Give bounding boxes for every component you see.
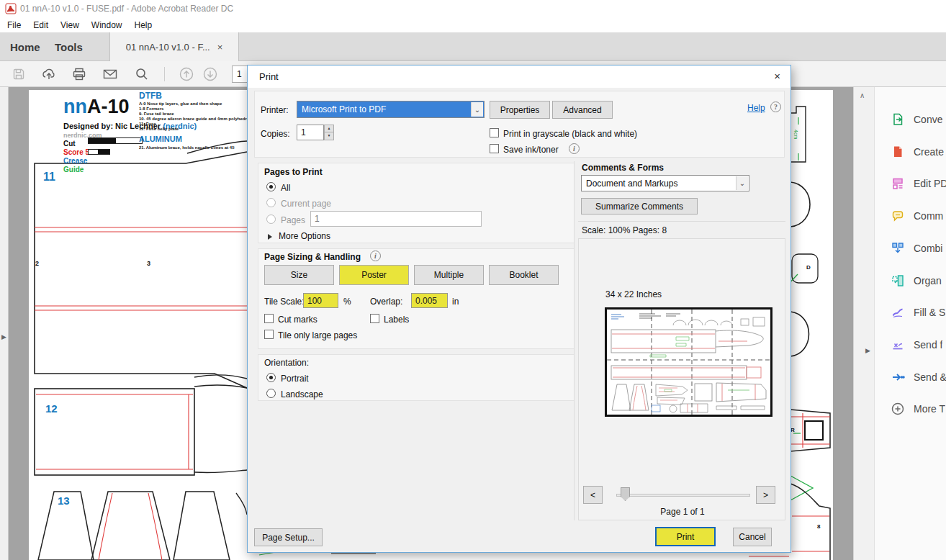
print-button-toolbar[interactable] (69, 65, 89, 83)
right-panel-expand-icon[interactable]: ▶ (865, 347, 870, 354)
pages-range-input[interactable]: 1 (310, 211, 482, 227)
sidebar-item-combine[interactable]: Combi (891, 239, 946, 258)
printer-label: Printer: (261, 105, 289, 115)
pages-range-label: Pages (281, 215, 305, 225)
menu-window[interactable]: Window (91, 20, 122, 30)
pages-range-radio[interactable] (266, 214, 276, 224)
more-options-expander-icon[interactable] (268, 232, 272, 242)
size-mode-button[interactable]: Size (264, 265, 334, 285)
close-icon[interactable]: × (774, 70, 780, 82)
page-setup-button[interactable]: Page Setup... (254, 528, 323, 546)
sidebar-item-more-tools[interactable]: More T (891, 399, 946, 418)
preview-slider-thumb[interactable] (621, 487, 630, 501)
left-pane-expand-icon[interactable]: ▶ (1, 333, 6, 340)
summarize-comments-button[interactable]: Summarize Comments (581, 198, 698, 214)
legend-score-bar (88, 137, 143, 144)
tab-tools[interactable]: Tools (55, 32, 83, 61)
sidebar-item-label: Conve (914, 114, 942, 125)
tile-only-checkbox[interactable] (264, 330, 274, 339)
sidebar-item-fill-sign[interactable]: Fill & S (891, 303, 946, 322)
menu-help[interactable]: Help (135, 20, 153, 30)
portrait-radio[interactable] (266, 373, 276, 382)
material-list-item: 9. Fuse tail brace (139, 112, 248, 117)
email-button[interactable] (100, 65, 120, 83)
sidebar-item-label: Send & (914, 371, 946, 383)
page-down-button[interactable] (200, 65, 220, 83)
print-dialog-titlebar[interactable]: Print × (248, 66, 790, 88)
legend-crease: Crease (63, 157, 87, 165)
landscape-radio[interactable] (266, 389, 276, 398)
advanced-button[interactable]: Advanced (552, 101, 613, 119)
copies-stepper[interactable]: ▲ ▼ (324, 125, 334, 140)
comments-forms-select[interactable]: Document and Markups ⌄ (581, 175, 749, 191)
sidebar-item-label: Create (914, 146, 944, 158)
stepper-up-icon[interactable]: ▲ (324, 125, 334, 132)
printer-select[interactable]: Microsoft Print to PDF ⌄ (297, 101, 485, 118)
tab-document[interactable]: 01 nnA-10 v1.0 - F... × (109, 32, 239, 61)
cut-marks-checkbox[interactable] (264, 314, 274, 323)
tile-scale-input[interactable]: 100 (303, 293, 338, 308)
sidebar-item-edit-pdf[interactable]: Edit PD (891, 174, 946, 193)
page-up-button[interactable] (176, 65, 197, 83)
scroll-up-icon[interactable]: ∧ (860, 91, 865, 99)
save-ink-checkbox[interactable] (490, 144, 499, 153)
labels-checkbox[interactable] (370, 314, 379, 323)
help-link[interactable]: Help (747, 103, 765, 113)
part-label-11: 11 (43, 171, 55, 184)
print-preview-panel: 34 x 22 Inches (578, 238, 785, 520)
sidebar-item-create-pdf[interactable]: Create (891, 143, 946, 161)
menu-view[interactable]: View (60, 20, 79, 30)
sidebar-item-comment[interactable]: Comm (891, 207, 946, 225)
save-button[interactable] (9, 65, 29, 83)
search-button[interactable] (132, 65, 152, 83)
edit-pdf-icon (891, 176, 905, 191)
menu-file[interactable]: File (7, 20, 21, 30)
materials-aluminum-item: 21. Aluminum brace, holds nacelle cones … (139, 145, 235, 150)
upload-cloud-button[interactable] (39, 65, 59, 83)
tile-scale-unit: % (343, 297, 351, 307)
properties-button[interactable]: Properties (490, 101, 550, 119)
multiple-mode-button[interactable]: Multiple (414, 265, 484, 285)
part-label-13: 13 (58, 494, 70, 507)
print-icon (72, 67, 86, 81)
part-label-3: 3 (147, 260, 150, 267)
help-icon[interactable]: ? (770, 101, 781, 112)
organize-icon (891, 274, 905, 288)
comments-forms-value: Document and Markups (586, 179, 677, 189)
material-list-item: 11. Fuse (139, 122, 248, 127)
orientation-section: Orientation: Portrait Landscape (258, 354, 575, 401)
cancel-button[interactable]: Cancel (733, 528, 772, 546)
preview-prev-button[interactable]: < (583, 486, 603, 504)
sidebar-item-send-track[interactable]: Send & (891, 368, 946, 387)
overlap-input[interactable]: 0.005 (411, 293, 448, 308)
copies-input[interactable]: 1 (297, 125, 324, 140)
grayscale-checkbox[interactable] (490, 128, 499, 137)
tab-home[interactable]: Home (10, 32, 40, 61)
stepper-down-icon[interactable]: ▼ (324, 132, 334, 140)
current-page-radio[interactable] (266, 198, 276, 207)
sidebar-item-convert[interactable]: Conve (891, 110, 946, 129)
print-preview-thumbnail (605, 307, 772, 417)
sidebar-item-label: Combi (914, 243, 942, 254)
pages-all-radio[interactable] (266, 182, 276, 191)
chevron-down-icon: ⌄ (736, 176, 748, 190)
more-options-label[interactable]: More Options (279, 231, 330, 241)
booklet-mode-button[interactable]: Booklet (489, 265, 559, 285)
materials-dtfb-title: DTFB (139, 91, 162, 101)
preview-page-slider[interactable] (616, 494, 750, 497)
column-divider (574, 161, 575, 520)
tab-close-icon[interactable]: × (217, 42, 223, 53)
vertical-scrollbar[interactable]: ∧ (853, 87, 874, 560)
tile-scale-label: Tile Scale: (264, 297, 305, 307)
preview-next-button[interactable]: > (756, 486, 775, 504)
menu-edit[interactable]: Edit (33, 20, 48, 30)
sidebar-item-send-signature[interactable]: Send f (891, 335, 946, 354)
orientation-title: Orientation: (264, 358, 309, 368)
acrobat-app-icon (5, 3, 17, 14)
grayscale-label: Print in grayscale (black and white) (503, 129, 637, 139)
poster-mode-button[interactable]: Poster (339, 265, 409, 285)
combine-icon (891, 241, 905, 256)
materials-dtfb-list: A-0 Nose tip layers, glue and then shape… (139, 101, 248, 132)
print-confirm-button[interactable]: Print (655, 527, 716, 546)
sidebar-item-organize[interactable]: Organ (891, 271, 946, 290)
